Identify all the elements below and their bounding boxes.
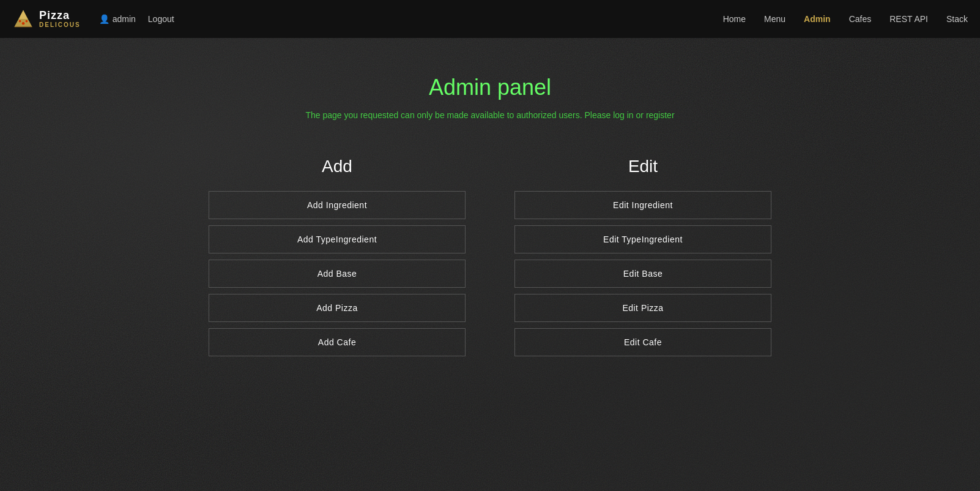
- nav-stack[interactable]: Stack: [946, 14, 968, 24]
- add-typeingredient-button[interactable]: Add TypeIngredient: [209, 225, 466, 253]
- nav-right: Home Menu Admin Cafes REST API Stack: [723, 14, 968, 24]
- nav-left: 👤 admin Logout: [99, 14, 174, 24]
- edit-panel-title: Edit: [628, 157, 658, 176]
- pizza-icon: [12, 8, 34, 30]
- svg-point-2: [22, 22, 25, 25]
- edit-pizza-button[interactable]: Edit Pizza: [514, 294, 771, 322]
- add-cafe-button[interactable]: Add Cafe: [209, 328, 466, 356]
- nav-menu[interactable]: Menu: [764, 14, 785, 24]
- navbar: Pizza DELICOUS 👤 admin Logout Home Menu …: [0, 0, 980, 38]
- add-panel-buttons: Add Ingredient Add TypeIngredient Add Ba…: [209, 191, 466, 356]
- edit-typeingredient-button[interactable]: Edit TypeIngredient: [514, 225, 771, 253]
- main-content: Admin panel The page you requested can o…: [0, 38, 980, 381]
- user-icon: 👤: [99, 14, 110, 24]
- nav-cafes[interactable]: Cafes: [849, 14, 872, 24]
- add-panel: Add Add Ingredient Add TypeIngredient Ad…: [209, 157, 466, 356]
- nav-rest-api[interactable]: REST API: [889, 14, 928, 24]
- edit-cafe-button[interactable]: Edit Cafe: [514, 328, 771, 356]
- nav-home[interactable]: Home: [723, 14, 746, 24]
- page-title: Admin panel: [429, 75, 551, 100]
- nav-admin[interactable]: Admin: [804, 14, 831, 24]
- svg-point-3: [19, 20, 21, 23]
- nav-admin-user[interactable]: 👤 admin: [99, 14, 136, 24]
- edit-panel-buttons: Edit Ingredient Edit TypeIngredient Edit…: [514, 191, 771, 356]
- nav-logout[interactable]: Logout: [148, 14, 174, 24]
- panels-container: Add Add Ingredient Add TypeIngredient Ad…: [154, 157, 826, 356]
- edit-ingredient-button[interactable]: Edit Ingredient: [514, 191, 771, 219]
- brand-pizza: Pizza: [39, 10, 81, 22]
- admin-label: admin: [113, 14, 136, 24]
- svg-marker-1: [19, 10, 28, 19]
- add-pizza-button[interactable]: Add Pizza: [209, 294, 466, 322]
- add-ingredient-button[interactable]: Add Ingredient: [209, 191, 466, 219]
- svg-point-4: [26, 20, 28, 23]
- page-subtitle: The page you requested can only be made …: [305, 110, 674, 120]
- brand-logo[interactable]: Pizza DELICOUS: [12, 8, 81, 30]
- add-panel-title: Add: [322, 157, 352, 176]
- edit-base-button[interactable]: Edit Base: [514, 260, 771, 288]
- add-base-button[interactable]: Add Base: [209, 260, 466, 288]
- brand-delicous: DELICOUS: [39, 21, 81, 28]
- logout-label: Logout: [148, 14, 174, 24]
- edit-panel: Edit Edit Ingredient Edit TypeIngredient…: [514, 157, 771, 356]
